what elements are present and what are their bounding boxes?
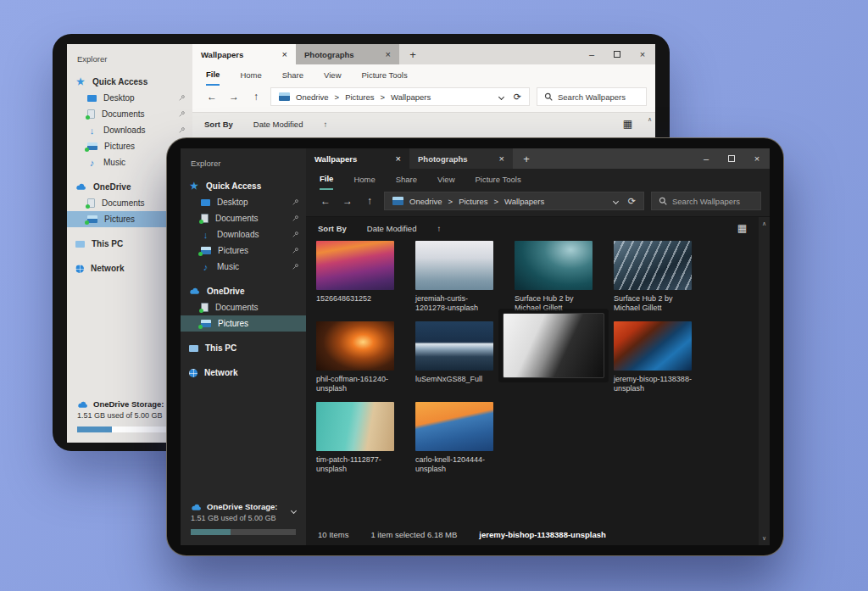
menu-view[interactable]: View <box>324 66 341 85</box>
tab-wallpapers[interactable]: Wallpapers × <box>192 44 296 64</box>
pin-icon[interactable] <box>292 198 299 206</box>
sidebar-item-onedrive[interactable]: OneDrive <box>181 283 306 299</box>
scroll-up-icon[interactable]: ∧ <box>648 116 652 123</box>
sidebar-item-downloads[interactable]: ↓ Downloads <box>181 226 306 243</box>
breadcrumb-folder[interactable]: Pictures <box>459 197 487 206</box>
back-button[interactable]: ← <box>318 195 333 207</box>
maximize-button[interactable] <box>604 44 630 64</box>
forward-button[interactable]: → <box>226 91 242 103</box>
menu-home[interactable]: Home <box>240 66 261 85</box>
close-tab-icon[interactable]: × <box>386 49 391 59</box>
sidebar-item-this-pc[interactable]: This PC <box>181 340 306 356</box>
search-input[interactable] <box>672 197 754 206</box>
maximize-button[interactable] <box>719 148 744 169</box>
grid-view-icon[interactable]: ▦ <box>623 118 632 130</box>
storage-usage: 1.51 GB used of 5.00 GB <box>77 410 164 421</box>
sort-by-label[interactable]: Sort By <box>318 224 347 233</box>
sidebar-item-onedrive-pictures[interactable]: Pictures <box>181 315 306 332</box>
file-item-selected[interactable] <box>515 321 606 402</box>
scroll-down-icon[interactable]: ∨ <box>762 535 766 542</box>
pin-icon[interactable] <box>292 231 299 238</box>
menu-view[interactable]: View <box>437 170 454 189</box>
minimize-button[interactable]: – <box>579 44 604 64</box>
file-item[interactable]: Surface Hub 2 by Michael Gillett <box>614 241 705 321</box>
window-controls: – × <box>693 148 770 169</box>
search-input[interactable] <box>558 92 639 102</box>
status-items-count: 10 Items <box>318 530 348 539</box>
pin-icon[interactable] <box>292 215 299 222</box>
sidebar-item-music[interactable]: ♪ Music <box>181 259 306 275</box>
menu-file[interactable]: File <box>206 65 220 86</box>
sort-value[interactable]: Date Modified <box>253 120 303 129</box>
up-button[interactable]: ↑ <box>362 195 377 207</box>
sidebar-item-quick-access[interactable]: ★ Quick Access <box>181 178 306 194</box>
breadcrumb-drive[interactable]: Onedrive <box>296 92 329 102</box>
chevron-down-icon[interactable] <box>498 93 504 99</box>
pin-icon[interactable] <box>178 94 186 102</box>
search-box[interactable] <box>651 192 761 210</box>
close-tab-icon[interactable]: × <box>396 153 401 164</box>
sidebar-item-quick-access[interactable]: ★ Quick Access <box>67 74 192 90</box>
menu-share[interactable]: Share <box>396 170 417 189</box>
new-tab-button[interactable]: + <box>513 148 540 169</box>
sidebar-item-documents[interactable]: Documents <box>181 210 306 226</box>
close-tab-icon[interactable]: × <box>499 153 504 164</box>
sort-value[interactable]: Date Modified <box>367 224 417 233</box>
up-button[interactable]: ↑ <box>248 91 264 103</box>
sidebar-item-onedrive-documents[interactable]: Documents <box>181 299 306 315</box>
light-tab-bar: Wallpapers × Photographs × + – × <box>192 44 655 64</box>
pin-icon[interactable] <box>292 247 299 254</box>
sidebar-item-documents[interactable]: Documents <box>67 106 192 122</box>
menu-home[interactable]: Home <box>353 170 375 189</box>
menu-picture-tools[interactable]: Picture Tools <box>476 170 521 189</box>
file-item[interactable]: 1526648631252 <box>316 241 408 321</box>
file-item[interactable]: Surface Hub 2 by Michael Gillett <box>515 241 606 321</box>
maximize-icon <box>728 155 735 162</box>
breadcrumb-subfolder[interactable]: Wallpapers <box>391 92 431 102</box>
sidebar-item-desktop[interactable]: Desktop <box>181 194 306 210</box>
file-thumbnail <box>415 402 493 451</box>
close-tab-icon[interactable]: × <box>282 49 287 59</box>
pin-icon[interactable] <box>178 126 186 134</box>
close-button[interactable]: × <box>630 44 655 64</box>
menu-share[interactable]: Share <box>282 66 303 85</box>
file-item[interactable]: luSemNxGS88_Full <box>415 321 507 402</box>
storage-progress-bar <box>191 529 296 535</box>
sidebar-item-downloads[interactable]: ↓ Downloads <box>67 122 192 138</box>
sort-ascending-icon[interactable]: ↑ <box>437 224 441 233</box>
minimize-button[interactable]: – <box>693 148 719 169</box>
breadcrumb-folder[interactable]: Pictures <box>345 92 374 102</box>
scroll-up-icon[interactable]: ∧ <box>762 220 766 227</box>
new-tab-button[interactable]: + <box>399 44 426 64</box>
pin-icon[interactable] <box>292 263 299 270</box>
chevron-down-icon[interactable] <box>291 508 297 514</box>
sidebar-item-pictures[interactable]: Pictures <box>181 243 306 259</box>
pin-icon[interactable] <box>178 110 186 118</box>
file-item[interactable]: tim-patch-1112877-unsplash <box>316 402 408 482</box>
sidebar-item-network[interactable]: Network <box>181 365 306 381</box>
forward-button[interactable]: → <box>340 195 355 207</box>
scrollbar[interactable]: ∧ ∨ <box>759 217 770 545</box>
grid-view-icon[interactable]: ▦ <box>737 222 747 234</box>
tab-photographs[interactable]: Photographs × <box>296 44 399 64</box>
close-button[interactable]: × <box>744 148 770 169</box>
tab-wallpapers[interactable]: Wallpapers × <box>306 148 409 169</box>
refresh-icon[interactable]: ⟳ <box>628 196 636 207</box>
menu-picture-tools[interactable]: Picture Tools <box>362 66 408 85</box>
tab-photographs[interactable]: Photographs × <box>409 148 513 169</box>
back-button[interactable]: ← <box>204 91 220 103</box>
breadcrumb-subfolder[interactable]: Wallpapers <box>504 197 544 206</box>
sort-ascending-icon[interactable]: ↑ <box>323 120 327 129</box>
chevron-down-icon[interactable] <box>613 198 619 204</box>
sidebar-item-desktop[interactable]: Desktop <box>67 90 192 106</box>
file-item[interactable]: phil-coffman-161240-unsplash <box>316 321 408 402</box>
breadcrumb-drive[interactable]: Onedrive <box>409 197 442 206</box>
maximize-icon <box>614 51 620 58</box>
file-item[interactable]: jeremy-bisop-1138388-unsplash <box>614 321 705 402</box>
menu-file[interactable]: File <box>320 170 333 190</box>
sort-by-label[interactable]: Sort By <box>204 120 233 129</box>
search-box[interactable] <box>537 87 647 106</box>
refresh-icon[interactable]: ⟳ <box>514 92 521 103</box>
file-item[interactable]: jeremiah-curtis-1201278-unsplash <box>415 241 507 321</box>
file-item[interactable]: carlo-knell-1204444-unsplash <box>415 402 507 482</box>
